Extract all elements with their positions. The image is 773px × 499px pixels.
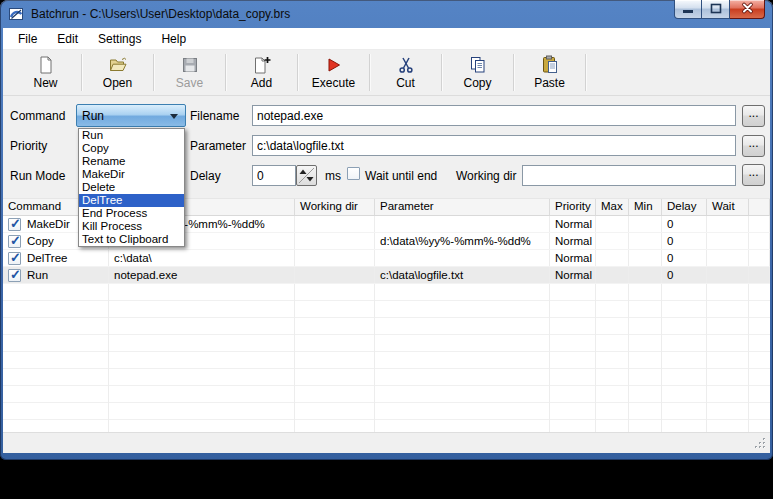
dropdown-item-copy[interactable]: Copy xyxy=(79,142,184,155)
copy-button[interactable]: Copy xyxy=(442,50,513,95)
status-bar xyxy=(3,432,770,453)
column-header-parameter[interactable]: Parameter xyxy=(375,199,550,215)
working-dir-browse-button[interactable]: ... xyxy=(742,164,765,186)
wait-until-end-checkbox[interactable] xyxy=(347,167,360,180)
column-header-max[interactable]: Max xyxy=(596,199,629,215)
window-title: Batchrun - C:\Users\User\Desktop\data_co… xyxy=(31,7,290,21)
dropdown-item-delete[interactable]: Delete xyxy=(79,181,184,194)
column-header-min[interactable]: Min xyxy=(629,199,662,215)
minimize-icon xyxy=(675,0,701,17)
paste-clipboard-icon xyxy=(540,55,560,75)
row-checkbox[interactable] xyxy=(8,218,21,231)
close-icon xyxy=(731,0,764,17)
dropdown-item-deltree[interactable]: DelTree xyxy=(79,194,184,207)
column-header-working-dir[interactable]: Working dir xyxy=(295,199,375,215)
delay-label: Delay xyxy=(190,169,221,183)
dropdown-item-text-to-clipboard[interactable]: Text to Clipboard xyxy=(79,233,184,246)
cut-scissors-icon xyxy=(396,55,416,75)
table-row-selected[interactable]: Run notepad.exe c:\data\logfile.txt Norm… xyxy=(3,267,770,284)
table-row[interactable]: DelTree c:\data\ Normal 0 xyxy=(3,250,770,267)
column-header-delay[interactable]: Delay xyxy=(662,199,707,215)
menu-settings[interactable]: Settings xyxy=(88,29,151,49)
maximize-button[interactable] xyxy=(702,0,730,19)
delay-input[interactable] xyxy=(252,165,296,186)
dropdown-item-kill-process[interactable]: Kill Process xyxy=(79,220,184,233)
menu-bar: File Edit Settings Help xyxy=(3,28,770,50)
command-dropdown-popup: Run Copy Rename MakeDir Delete DelTree E… xyxy=(78,128,185,247)
copy-pages-icon xyxy=(468,55,488,75)
parameter-label: Parameter xyxy=(190,139,246,153)
execute-play-icon xyxy=(324,55,344,75)
delay-spinner[interactable] xyxy=(296,165,317,186)
filename-input[interactable] xyxy=(252,105,736,126)
row-checkbox[interactable] xyxy=(8,269,21,282)
command-combobox-value: Run xyxy=(82,109,104,123)
minimize-button[interactable] xyxy=(674,0,702,19)
menu-file[interactable]: File xyxy=(8,29,47,49)
run-mode-label: Run Mode xyxy=(10,169,65,183)
toolbar: New Open xyxy=(3,50,770,96)
working-dir-input[interactable] xyxy=(522,165,736,186)
new-document-icon xyxy=(36,55,56,75)
dropdown-item-run[interactable]: Run xyxy=(79,129,184,142)
new-button[interactable]: New xyxy=(10,50,81,95)
filename-browse-button[interactable]: ... xyxy=(742,105,765,127)
row-checkbox[interactable] xyxy=(8,252,21,265)
open-folder-icon xyxy=(108,55,128,75)
window-controls xyxy=(674,0,765,19)
add-document-icon xyxy=(252,55,272,75)
empty-table-rows xyxy=(3,284,770,432)
parameter-browse-button[interactable]: ... xyxy=(742,135,765,157)
paste-button[interactable]: Paste xyxy=(514,50,585,95)
dropdown-item-end-process[interactable]: End Process xyxy=(79,207,184,220)
wait-until-end-label: Wait until end xyxy=(365,169,437,183)
maximize-icon xyxy=(703,0,729,17)
open-button[interactable]: Open xyxy=(82,50,153,95)
save-floppy-icon xyxy=(180,55,200,75)
cut-button[interactable]: Cut xyxy=(370,50,441,95)
delay-unit-label: ms xyxy=(325,169,341,183)
title-bar[interactable]: Batchrun - C:\Users\User\Desktop\data_co… xyxy=(0,0,773,28)
dropdown-item-rename[interactable]: Rename xyxy=(79,155,184,168)
working-dir-label: Working dir xyxy=(456,169,516,183)
menu-edit[interactable]: Edit xyxy=(47,29,88,49)
column-header-priority[interactable]: Priority xyxy=(550,199,596,215)
add-button[interactable]: Add xyxy=(226,50,297,95)
command-label: Command xyxy=(10,109,65,123)
menu-help[interactable]: Help xyxy=(151,29,196,49)
screen: Batchrun - C:\Users\User\Desktop\data_co… xyxy=(0,0,773,499)
parameter-input[interactable] xyxy=(252,135,736,156)
spin-up-down-icon xyxy=(297,166,316,185)
row-checkbox[interactable] xyxy=(8,235,21,248)
command-combobox[interactable]: Run xyxy=(76,104,186,127)
priority-label: Priority xyxy=(10,139,47,153)
column-header-wait[interactable]: Wait xyxy=(707,199,749,215)
column-header-filler xyxy=(749,199,770,215)
chevron-down-icon xyxy=(170,114,178,119)
save-button: Save xyxy=(154,50,225,95)
resize-grip[interactable] xyxy=(753,436,767,450)
toolbar-separator xyxy=(585,54,586,91)
batchrun-icon xyxy=(8,6,25,23)
execute-button[interactable]: Execute xyxy=(298,50,369,95)
filename-label: Filename xyxy=(190,109,239,123)
dropdown-item-makedir[interactable]: MakeDir xyxy=(79,168,184,181)
close-button[interactable] xyxy=(730,0,765,19)
